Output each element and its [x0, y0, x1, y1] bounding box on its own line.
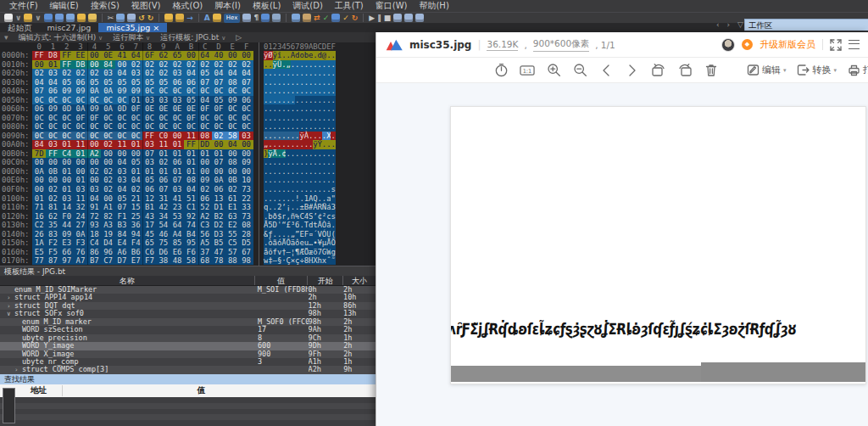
hex-byte[interactable]: 0C: [225, 87, 239, 96]
hex-byte[interactable]: 66: [60, 248, 74, 257]
hex-byte[interactable]: 04: [32, 78, 46, 87]
hex-byte[interactable]: 01: [74, 176, 87, 185]
hex-byte[interactable]: 10: [239, 176, 253, 185]
hex-byte[interactable]: 12: [142, 194, 156, 204]
menu-item-1[interactable]: 编辑(E): [44, 0, 85, 12]
hex-byte[interactable]: 0C: [87, 96, 101, 105]
hex-byte[interactable]: 00: [32, 60, 46, 70]
tab-0[interactable]: 起始页: [0, 23, 40, 32]
hex-byte[interactable]: 0C: [239, 114, 253, 123]
menu-item-4[interactable]: 格式(O): [167, 0, 209, 12]
hex-byte[interactable]: 05: [142, 78, 156, 87]
hex-byte[interactable]: 05: [142, 176, 156, 185]
hex-grid[interactable]: 0000h:FFD8FFEE000E41646F62650064400000ÿØ…: [0, 51, 376, 265]
hex-bytes[interactable]: 06090D0A090A0D0F0E0E0E0E0F0F0C0C: [32, 104, 253, 114]
hex-byte[interactable]: 87: [46, 256, 59, 265]
hex-byte[interactable]: 0C: [142, 114, 156, 123]
hex-byte[interactable]: 0C: [32, 96, 46, 105]
col-start[interactable]: 开始: [308, 276, 343, 285]
hex-byte[interactable]: 03: [129, 69, 142, 78]
hex-row[interactable]: 0010h:0001FFDB008400020202020202020202..…: [0, 60, 376, 70]
hex-byte[interactable]: 09: [46, 104, 59, 114]
hex-byte[interactable]: 31: [157, 194, 170, 204]
hex-ascii[interactable]: ................: [264, 78, 336, 87]
next-image-icon[interactable]: [625, 63, 640, 78]
hex-byte[interactable]: 33: [239, 203, 253, 212]
hex-byte[interactable]: 01: [60, 140, 74, 149]
hex-byte[interactable]: F7: [142, 256, 156, 265]
histogram-icon[interactable]: [331, 14, 340, 22]
hex-byte[interactable]: 00: [115, 149, 129, 159]
hex-ascii-char[interactable]: ": [331, 194, 335, 204]
hex-byte[interactable]: 77: [32, 256, 46, 265]
hex-byte[interactable]: 00: [225, 51, 239, 60]
template-row[interactable]: ubyte precision89Ch1h: [0, 334, 376, 342]
hex-byte[interactable]: 02: [101, 167, 114, 177]
hex-byte[interactable]: 03: [101, 69, 114, 78]
hex-row[interactable]: 0050h:0C0C0C0C0C0C0C010303030504050906..…: [0, 96, 376, 105]
hex-ascii[interactable]: .......!.1AQ..a": [264, 194, 336, 204]
hex-byte[interactable]: C4: [60, 149, 74, 159]
hex-bytes[interactable]: 7181143291A10715B14223C152D1E133: [32, 203, 253, 212]
hex-byte[interactable]: 06: [74, 78, 87, 87]
hex-byte[interactable]: 00: [87, 51, 101, 60]
find-icon[interactable]: [164, 14, 173, 22]
hex-byte[interactable]: 00: [170, 132, 184, 141]
hex-byte[interactable]: 09: [60, 87, 74, 96]
hex-byte[interactable]: 02: [212, 60, 225, 70]
hex-byte[interactable]: 27: [74, 221, 87, 230]
hex-byte[interactable]: 16: [32, 212, 46, 221]
hex-byte[interactable]: 02: [142, 60, 156, 70]
hex-byte[interactable]: 40: [212, 51, 225, 60]
open-folder-icon[interactable]: [24, 14, 32, 22]
hex-byte[interactable]: 0C: [74, 122, 87, 132]
hex-byte[interactable]: 00: [239, 140, 253, 149]
hex-byte[interactable]: C5: [225, 238, 239, 248]
hex-byte[interactable]: 11: [157, 140, 170, 149]
swap-arrows-icon[interactable]: ⇄: [314, 14, 320, 22]
hex-byte[interactable]: 92: [184, 212, 198, 221]
hex-byte[interactable]: 04: [87, 194, 101, 204]
hex-row[interactable]: 0110h:7181143291A10715B14223C152D1E133q.…: [0, 203, 376, 212]
col-address[interactable]: 地址: [15, 385, 63, 396]
hex-byte[interactable]: 91: [87, 203, 101, 212]
hex-byte[interactable]: 0D: [115, 104, 129, 114]
hex-byte[interactable]: 01: [157, 167, 170, 177]
hex-byte[interactable]: 02: [101, 176, 114, 185]
hex-ascii-char[interactable]: 3: [331, 203, 335, 212]
hex-byte[interactable]: 0C: [60, 114, 74, 123]
hex-byte[interactable]: C1: [184, 203, 198, 212]
hex-byte[interactable]: 00: [239, 149, 253, 159]
hex-byte[interactable]: 00: [87, 176, 101, 185]
convert-button[interactable]: 转换▾: [797, 64, 837, 76]
hex-byte[interactable]: 0C: [129, 132, 142, 141]
hex-byte[interactable]: 01: [129, 167, 142, 177]
slideshow-icon[interactable]: [493, 63, 509, 78]
hex-byte[interactable]: 17: [142, 221, 156, 230]
hex-byte[interactable]: 01: [170, 167, 184, 177]
hex-byte[interactable]: 09: [225, 96, 239, 105]
hex-byte[interactable]: 04: [115, 69, 129, 78]
hex-byte[interactable]: 0C: [129, 122, 142, 132]
hex-byte[interactable]: 0C: [198, 122, 212, 132]
expand-arrow-icon[interactable]: ›: [7, 302, 14, 310]
hex-byte[interactable]: 01: [170, 140, 184, 149]
hex-byte[interactable]: 44: [60, 221, 74, 230]
hex-ascii[interactable]: q..2‘¡..±B#ÁRÑá3: [264, 203, 336, 212]
new-file-icon[interactable]: [4, 14, 13, 22]
run-template-dropdown[interactable]: 运行模板: JPG.bt ∨: [160, 32, 225, 43]
hex-byte[interactable]: 61: [225, 194, 239, 204]
hex-ascii[interactable]: ................: [264, 122, 336, 132]
hex-byte[interactable]: 0A: [212, 176, 225, 185]
hex-byte[interactable]: 00: [60, 158, 74, 167]
run-script-dropdown[interactable]: 运行脚本 ∨: [113, 32, 150, 43]
dimensions-link[interactable]: 900*600像素: [533, 38, 589, 52]
hex-byte[interactable]: 62: [46, 212, 59, 221]
hex-ascii[interactable]: åõfv†–¦¶ÆÖæö7GWg: [264, 248, 336, 257]
hex-byte[interactable]: 0F: [74, 114, 87, 123]
highlighter-icon[interactable]: [213, 14, 221, 22]
hex-byte[interactable]: 00: [60, 176, 74, 185]
hex-byte[interactable]: 63: [225, 212, 239, 221]
menu-item-9[interactable]: 窗口(W): [370, 0, 414, 12]
hex-byte[interactable]: 94: [129, 230, 142, 239]
